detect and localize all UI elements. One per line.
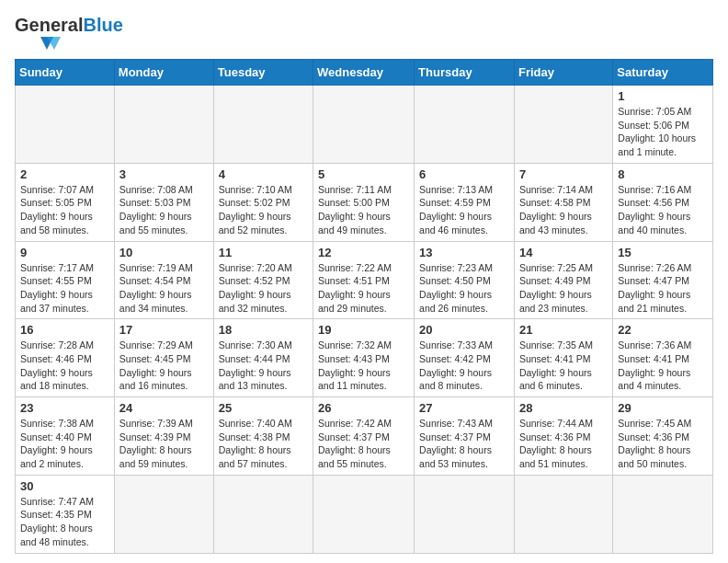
weekday-header-tuesday: Tuesday bbox=[213, 60, 313, 86]
calendar-cell bbox=[514, 86, 612, 164]
day-info: Sunrise: 7:33 AM Sunset: 4:42 PM Dayligh… bbox=[419, 339, 509, 393]
calendar-cell: 6Sunrise: 7:13 AM Sunset: 4:59 PM Daylig… bbox=[415, 163, 515, 241]
calendar-cell: 18Sunrise: 7:30 AM Sunset: 4:44 PM Dayli… bbox=[213, 319, 313, 397]
weekday-header-thursday: Thursday bbox=[415, 60, 515, 86]
day-info: Sunrise: 7:25 AM Sunset: 4:49 PM Dayligh… bbox=[519, 261, 608, 316]
day-number: 16 bbox=[20, 323, 109, 337]
weekday-header-friday: Friday bbox=[514, 60, 612, 86]
logo: GeneralBlue bbox=[15, 15, 123, 52]
day-info: Sunrise: 7:22 AM Sunset: 4:51 PM Dayligh… bbox=[318, 261, 409, 316]
day-number: 20 bbox=[419, 323, 509, 337]
calendar-cell: 8Sunrise: 7:16 AM Sunset: 4:56 PM Daylig… bbox=[613, 163, 713, 241]
day-info: Sunrise: 7:19 AM Sunset: 4:54 PM Dayligh… bbox=[119, 261, 209, 316]
day-info: Sunrise: 7:23 AM Sunset: 4:50 PM Dayligh… bbox=[419, 261, 509, 316]
day-info: Sunrise: 7:44 AM Sunset: 4:36 PM Dayligh… bbox=[519, 417, 608, 471]
day-info: Sunrise: 7:13 AM Sunset: 4:59 PM Dayligh… bbox=[419, 183, 509, 237]
day-number: 2 bbox=[20, 167, 109, 181]
calendar-cell: 7Sunrise: 7:14 AM Sunset: 4:58 PM Daylig… bbox=[514, 163, 612, 241]
day-info: Sunrise: 7:47 AM Sunset: 4:35 PM Dayligh… bbox=[20, 495, 109, 549]
calendar-cell: 24Sunrise: 7:39 AM Sunset: 4:39 PM Dayli… bbox=[114, 397, 213, 476]
calendar-cell bbox=[415, 86, 515, 164]
day-number: 5 bbox=[318, 167, 409, 181]
calendar-cell: 11Sunrise: 7:20 AM Sunset: 4:52 PM Dayli… bbox=[213, 241, 313, 319]
day-number: 7 bbox=[519, 167, 608, 181]
day-number: 17 bbox=[119, 323, 209, 337]
calendar-cell: 12Sunrise: 7:22 AM Sunset: 4:51 PM Dayli… bbox=[313, 241, 415, 319]
calendar-cell bbox=[16, 86, 115, 164]
day-number: 15 bbox=[618, 246, 708, 259]
day-info: Sunrise: 7:20 AM Sunset: 4:52 PM Dayligh… bbox=[219, 261, 308, 316]
calendar-week-row: 9Sunrise: 7:17 AM Sunset: 4:55 PM Daylig… bbox=[16, 241, 713, 319]
day-info: Sunrise: 7:16 AM Sunset: 4:56 PM Dayligh… bbox=[618, 183, 708, 237]
calendar-cell bbox=[313, 86, 415, 164]
calendar-cell: 22Sunrise: 7:36 AM Sunset: 4:41 PM Dayli… bbox=[613, 319, 713, 397]
day-number: 19 bbox=[318, 323, 409, 337]
day-number: 3 bbox=[119, 167, 209, 181]
calendar-cell: 10Sunrise: 7:19 AM Sunset: 4:54 PM Dayli… bbox=[114, 241, 213, 319]
day-number: 24 bbox=[119, 401, 209, 415]
weekday-header-monday: Monday bbox=[114, 60, 213, 86]
calendar-cell: 2Sunrise: 7:07 AM Sunset: 5:05 PM Daylig… bbox=[16, 163, 115, 241]
weekday-header-sunday: Sunday bbox=[16, 60, 115, 86]
calendar-cell bbox=[415, 475, 515, 553]
calendar-cell: 29Sunrise: 7:45 AM Sunset: 4:36 PM Dayli… bbox=[613, 397, 713, 476]
calendar-cell: 20Sunrise: 7:33 AM Sunset: 4:42 PM Dayli… bbox=[415, 319, 515, 397]
day-number: 30 bbox=[20, 479, 109, 493]
weekday-header-saturday: Saturday bbox=[613, 60, 713, 86]
calendar-cell: 9Sunrise: 7:17 AM Sunset: 4:55 PM Daylig… bbox=[16, 241, 115, 319]
day-number: 13 bbox=[419, 246, 509, 259]
day-number: 1 bbox=[618, 89, 708, 103]
day-info: Sunrise: 7:29 AM Sunset: 4:45 PM Dayligh… bbox=[119, 339, 209, 393]
calendar-cell bbox=[613, 475, 713, 553]
day-info: Sunrise: 7:39 AM Sunset: 4:39 PM Dayligh… bbox=[119, 417, 209, 471]
day-info: Sunrise: 7:08 AM Sunset: 5:03 PM Dayligh… bbox=[119, 183, 209, 237]
day-number: 23 bbox=[20, 401, 109, 415]
day-number: 28 bbox=[519, 401, 608, 415]
logo-icon bbox=[15, 35, 65, 52]
day-number: 4 bbox=[219, 167, 308, 181]
calendar-cell: 15Sunrise: 7:26 AM Sunset: 4:47 PM Dayli… bbox=[613, 241, 713, 319]
calendar-cell bbox=[114, 86, 213, 164]
calendar-cell bbox=[213, 86, 313, 164]
day-info: Sunrise: 7:14 AM Sunset: 4:58 PM Dayligh… bbox=[519, 183, 608, 237]
page-header: GeneralBlue bbox=[15, 15, 713, 52]
calendar-cell: 13Sunrise: 7:23 AM Sunset: 4:50 PM Dayli… bbox=[415, 241, 515, 319]
day-info: Sunrise: 7:36 AM Sunset: 4:41 PM Dayligh… bbox=[618, 339, 708, 393]
calendar-cell: 23Sunrise: 7:38 AM Sunset: 4:40 PM Dayli… bbox=[16, 397, 115, 476]
day-number: 27 bbox=[419, 401, 509, 415]
day-number: 25 bbox=[219, 401, 308, 415]
day-number: 18 bbox=[219, 323, 308, 337]
calendar-cell: 16Sunrise: 7:28 AM Sunset: 4:46 PM Dayli… bbox=[16, 319, 115, 397]
day-number: 10 bbox=[119, 246, 209, 259]
calendar-cell: 21Sunrise: 7:35 AM Sunset: 4:41 PM Dayli… bbox=[514, 319, 612, 397]
day-number: 29 bbox=[618, 401, 708, 415]
day-info: Sunrise: 7:30 AM Sunset: 4:44 PM Dayligh… bbox=[219, 339, 308, 393]
calendar-week-row: 30Sunrise: 7:47 AM Sunset: 4:35 PM Dayli… bbox=[16, 475, 713, 553]
day-info: Sunrise: 7:45 AM Sunset: 4:36 PM Dayligh… bbox=[618, 417, 708, 471]
calendar-cell: 30Sunrise: 7:47 AM Sunset: 4:35 PM Dayli… bbox=[16, 475, 115, 553]
logo-text: GeneralBlue bbox=[15, 15, 123, 35]
day-number: 14 bbox=[519, 246, 608, 259]
calendar-week-row: 1Sunrise: 7:05 AM Sunset: 5:06 PM Daylig… bbox=[16, 86, 713, 164]
calendar-cell: 19Sunrise: 7:32 AM Sunset: 4:43 PM Dayli… bbox=[313, 319, 415, 397]
calendar-cell: 28Sunrise: 7:44 AM Sunset: 4:36 PM Dayli… bbox=[514, 397, 612, 476]
day-number: 9 bbox=[20, 246, 109, 259]
calendar-cell: 27Sunrise: 7:43 AM Sunset: 4:37 PM Dayli… bbox=[415, 397, 515, 476]
day-info: Sunrise: 7:42 AM Sunset: 4:37 PM Dayligh… bbox=[318, 417, 409, 471]
weekday-header-row: SundayMondayTuesdayWednesdayThursdayFrid… bbox=[16, 60, 713, 86]
day-number: 26 bbox=[318, 401, 409, 415]
day-info: Sunrise: 7:40 AM Sunset: 4:38 PM Dayligh… bbox=[219, 417, 308, 471]
day-info: Sunrise: 7:11 AM Sunset: 5:00 PM Dayligh… bbox=[318, 183, 409, 237]
day-number: 12 bbox=[318, 246, 409, 259]
day-info: Sunrise: 7:26 AM Sunset: 4:47 PM Dayligh… bbox=[618, 261, 708, 316]
day-info: Sunrise: 7:17 AM Sunset: 4:55 PM Dayligh… bbox=[20, 261, 109, 316]
calendar-cell bbox=[213, 475, 313, 553]
calendar-week-row: 2Sunrise: 7:07 AM Sunset: 5:05 PM Daylig… bbox=[16, 163, 713, 241]
calendar-cell bbox=[514, 475, 612, 553]
day-number: 11 bbox=[219, 246, 308, 259]
day-info: Sunrise: 7:32 AM Sunset: 4:43 PM Dayligh… bbox=[318, 339, 409, 393]
day-info: Sunrise: 7:05 AM Sunset: 5:06 PM Dayligh… bbox=[618, 105, 708, 159]
calendar-week-row: 23Sunrise: 7:38 AM Sunset: 4:40 PM Dayli… bbox=[16, 397, 713, 476]
day-number: 8 bbox=[618, 167, 708, 181]
calendar-cell: 3Sunrise: 7:08 AM Sunset: 5:03 PM Daylig… bbox=[114, 163, 213, 241]
